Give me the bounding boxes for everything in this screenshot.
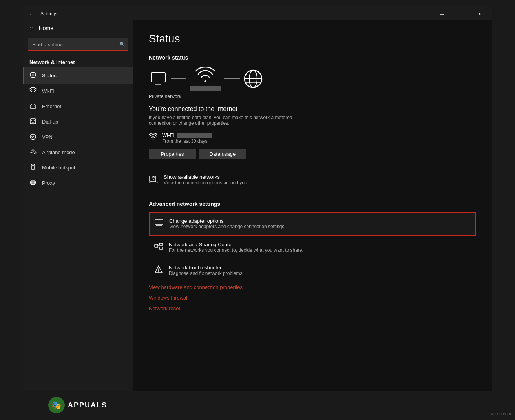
troubleshooter-icon xyxy=(154,265,163,276)
sidebar: ⌂ Home 🔍 Network & Internet Status xyxy=(23,20,133,391)
wifi-ssid-blur xyxy=(177,133,212,138)
sidebar-item-proxy[interactable]: Proxy xyxy=(23,175,133,191)
connected-title: You're connected to the Internet xyxy=(149,105,476,113)
wifi-label-blur xyxy=(190,86,221,91)
sidebar-item-proxy-label: Proxy xyxy=(42,180,55,186)
properties-button[interactable]: Properties xyxy=(149,149,196,159)
svg-rect-16 xyxy=(151,73,165,82)
svg-point-5 xyxy=(31,120,32,121)
connected-desc: If you have a limited data plan, you can… xyxy=(149,115,314,126)
change-adapter-title: Change adapter options xyxy=(169,218,286,224)
bottom-right-watermark: ws.on.com xyxy=(490,411,511,416)
maximize-button[interactable]: □ xyxy=(452,7,470,20)
content-area: ⌂ Home 🔍 Network & Internet Status xyxy=(23,20,492,391)
page-title: Status xyxy=(149,33,476,45)
sidebar-item-dialup[interactable]: Dial-up xyxy=(23,114,133,129)
data-usage-button[interactable]: Data usage xyxy=(199,149,246,159)
sidebar-item-vpn-label: VPN xyxy=(42,134,53,140)
status-icon xyxy=(29,71,37,80)
network-line-2 xyxy=(224,78,240,79)
svg-point-6 xyxy=(33,120,33,121)
svg-point-34 xyxy=(158,271,159,272)
troubleshooter-title: Network troubleshooter xyxy=(169,265,244,271)
wifi-days: From the last 30 days xyxy=(162,138,212,144)
wifi-ssid: Wi-Fi xyxy=(162,132,212,138)
change-adapter-icon xyxy=(154,219,164,228)
advanced-settings-title: Advanced network settings xyxy=(149,201,476,207)
windows-firewall-link[interactable]: Windows Firewall xyxy=(149,293,476,303)
troubleshooter-desc: Diagnose and fix network problems. xyxy=(169,271,244,276)
svg-rect-27 xyxy=(155,220,163,224)
svg-rect-18 xyxy=(155,84,161,85)
laptop-icon xyxy=(149,71,168,87)
svg-point-7 xyxy=(34,120,35,121)
sidebar-item-hotspot[interactable]: Mobile hotspot xyxy=(23,160,133,175)
window-controls: — □ ✕ xyxy=(433,7,489,20)
search-icon: 🔍 xyxy=(119,42,125,47)
close-button[interactable]: ✕ xyxy=(471,7,489,20)
change-adapter-text: Change adapter options View network adap… xyxy=(169,218,286,229)
network-sharing-text: Network and Sharing Center For the netwo… xyxy=(169,242,303,253)
sidebar-search-container: 🔍 xyxy=(28,38,128,51)
ethernet-icon xyxy=(29,103,37,110)
globe-icon-container xyxy=(243,69,263,89)
airplane-icon xyxy=(29,149,37,156)
wifi-info-text: Wi-Fi From the last 30 days xyxy=(162,132,212,144)
hotspot-icon xyxy=(29,164,37,171)
laptop-icon-container xyxy=(149,71,168,87)
wifi-node-icon xyxy=(195,67,215,84)
available-networks-desc: View the connection options around you. xyxy=(164,180,248,185)
available-networks-text: Show available networks View the connect… xyxy=(164,174,248,185)
svg-point-10 xyxy=(33,168,33,169)
network-sharing-title: Network and Sharing Center xyxy=(169,242,303,247)
network-troubleshooter[interactable]: Network troubleshooter Diagnose and fix … xyxy=(149,259,476,282)
home-icon: ⌂ xyxy=(29,25,33,32)
back-button[interactable]: ← xyxy=(26,8,37,19)
svg-rect-30 xyxy=(155,244,158,247)
globe-icon xyxy=(243,69,263,89)
sidebar-item-airplane[interactable]: Airplane mode xyxy=(23,145,133,160)
svg-rect-3 xyxy=(30,104,36,104)
change-adapter-desc: View network adapters and change connect… xyxy=(169,224,286,229)
svg-rect-8 xyxy=(32,122,34,123)
settings-window: ← Settings — □ ✕ ⌂ Home 🔍 Network & Inte… xyxy=(23,7,492,391)
appuals-watermark: 🎭 APPUALS xyxy=(23,393,133,417)
proxy-icon xyxy=(29,179,37,187)
hardware-props-link[interactable]: View hardware and connection properties xyxy=(149,282,476,293)
watermark-text: APPUALS xyxy=(68,401,107,409)
available-networks-icon xyxy=(149,175,158,185)
search-input[interactable] xyxy=(28,38,128,51)
network-sharing-center[interactable]: Network and Sharing Center For the netwo… xyxy=(149,236,476,259)
network-reset-link[interactable]: Network reset xyxy=(149,303,476,314)
change-adapter-options[interactable]: Change adapter options View network adap… xyxy=(149,212,476,236)
sidebar-home[interactable]: ⌂ Home xyxy=(23,20,133,36)
troubleshooter-text: Network troubleshooter Diagnose and fix … xyxy=(169,265,244,276)
network-sharing-desc: For the networks you connect to, decide … xyxy=(169,247,303,253)
titlebar: ← Settings — □ ✕ xyxy=(23,7,492,20)
action-buttons: Properties Data usage xyxy=(149,149,476,159)
sidebar-item-status-label: Status xyxy=(42,73,57,78)
wifi-node-container xyxy=(190,67,221,91)
minimize-button[interactable]: — xyxy=(433,7,451,20)
svg-point-26 xyxy=(153,179,154,180)
sidebar-item-ethernet[interactable]: Ethernet xyxy=(23,99,133,114)
sidebar-section-title: Network & Internet xyxy=(23,55,133,67)
wifi-icon xyxy=(29,87,37,95)
show-available-networks[interactable]: Show available networks View the connect… xyxy=(149,169,476,191)
sidebar-item-airplane-label: Airplane mode xyxy=(42,149,75,155)
sidebar-home-label: Home xyxy=(39,25,53,31)
sidebar-item-status[interactable]: Status xyxy=(23,67,133,84)
network-status-visual xyxy=(149,67,476,91)
sidebar-item-wifi[interactable]: Wi-Fi xyxy=(23,84,133,99)
wifi-info-icon xyxy=(149,133,157,143)
network-line-1 xyxy=(171,78,186,79)
watermark-circle: 🎭 xyxy=(48,397,65,413)
sidebar-item-wifi-label: Wi-Fi xyxy=(42,88,54,94)
sidebar-item-hotspot-label: Mobile hotspot xyxy=(42,165,75,171)
svg-point-1 xyxy=(32,74,34,76)
dialup-icon xyxy=(29,118,37,125)
available-networks-title: Show available networks xyxy=(164,174,248,180)
watermark-logo: 🎭 APPUALS xyxy=(48,397,107,413)
network-sharing-icon xyxy=(154,243,163,252)
sidebar-item-vpn[interactable]: VPN xyxy=(23,129,133,145)
